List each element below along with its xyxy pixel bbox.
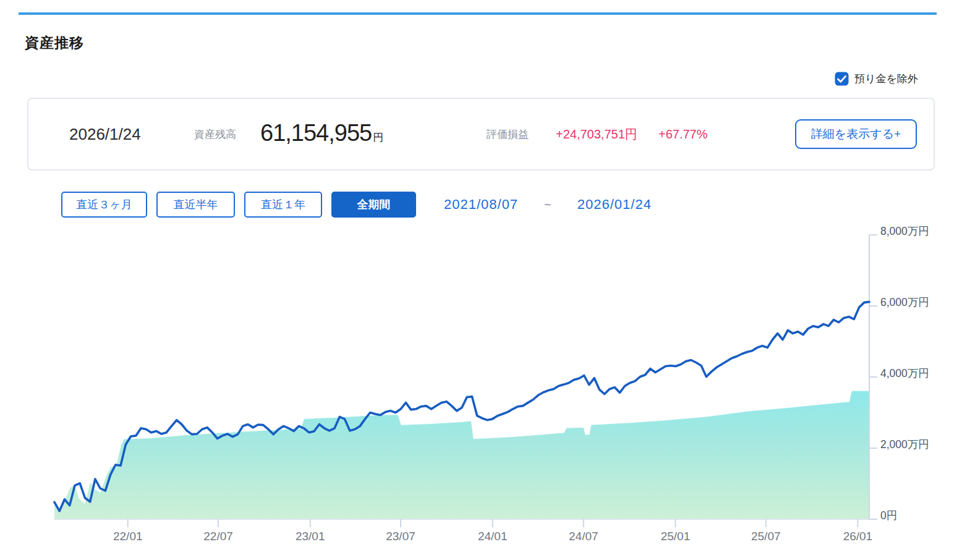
svg-text:26/01: 26/01 bbox=[843, 530, 873, 543]
svg-text:25/01: 25/01 bbox=[661, 530, 691, 543]
svg-text:8,000万円: 8,000万円 bbox=[880, 225, 929, 237]
svg-text:6,000万円: 6,000万円 bbox=[880, 296, 929, 308]
svg-text:25/07: 25/07 bbox=[751, 530, 781, 543]
svg-text:23/01: 23/01 bbox=[296, 530, 325, 543]
svg-text:24/01: 24/01 bbox=[478, 530, 508, 543]
svg-text:22/01: 22/01 bbox=[113, 530, 143, 543]
svg-text:4,000万円: 4,000万円 bbox=[880, 367, 929, 380]
svg-text:23/07: 23/07 bbox=[386, 530, 415, 543]
asset-trend-chart-canvas[interactable]: 0円2,000万円4,000万円6,000万円8,000万円22/0122/07… bbox=[0, 0, 962, 560]
svg-text:24/07: 24/07 bbox=[569, 530, 598, 543]
svg-text:0円: 0円 bbox=[880, 509, 897, 522]
svg-text:22/07: 22/07 bbox=[203, 530, 233, 543]
svg-text:2,000万円: 2,000万円 bbox=[880, 438, 929, 451]
asset-trend-chart[interactable]: 0円2,000万円4,000万円6,000万円8,000万円22/0122/07… bbox=[0, 0, 962, 560]
